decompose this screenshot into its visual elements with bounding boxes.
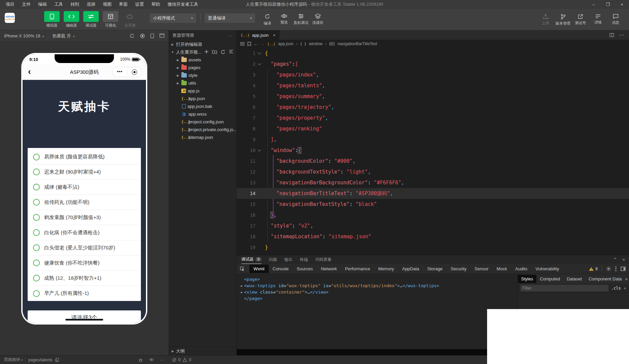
pick-three-button[interactable]: 请选择3个 (28, 310, 141, 323)
eye-icon[interactable] (149, 358, 154, 362)
talent-option[interactable]: 祖传药丸 (功能不明) (33, 195, 141, 210)
refresh-icon[interactable] (129, 33, 134, 38)
close-capsule-button[interactable] (127, 69, 142, 75)
tree-item-style[interactable]: ▶style (169, 71, 236, 79)
forward-arrow-icon[interactable]: → (261, 41, 265, 46)
action-预览[interactable]: 预览 (277, 13, 292, 26)
code-line-6[interactable]: 6"pages/trajectory", (237, 102, 629, 113)
collapse-all-icon[interactable] (229, 50, 234, 55)
problems-indicator[interactable]: 0 0 (169, 358, 237, 362)
toolbar-button-调试器[interactable]: 调试器 (83, 11, 99, 28)
breadcrumb-leaf[interactable]: navigationBarTitleText (337, 41, 377, 46)
talent-option[interactable]: 鹤发童颜 (70岁时颜值+3) (33, 210, 141, 225)
menu-item-3[interactable]: 编辑 (35, 1, 50, 8)
radio-icon[interactable] (33, 260, 40, 266)
action-消息[interactable]: 消息 (608, 13, 623, 26)
maximize-button[interactable]: ❐ (601, 0, 615, 9)
menu-item-6[interactable]: 选择 (84, 1, 98, 8)
radio-icon[interactable] (33, 169, 40, 175)
close-icon[interactable]: × (622, 257, 625, 262)
subtab-Wxml[interactable]: Wxml (249, 265, 269, 273)
more-tabs-icon[interactable]: » (625, 276, 629, 281)
dock-icon[interactable] (621, 267, 626, 271)
code-line-8[interactable]: 8"pages/ranking" (237, 123, 629, 134)
inspect-cursor-icon[interactable] (237, 267, 248, 271)
wxml-node[interactable]: <page> (239, 276, 517, 282)
fold-chevron-icon[interactable] (258, 62, 261, 65)
wxml-tree[interactable]: <page>▶<wux-toptips id="wux-toptips" is=… (237, 274, 517, 349)
tree-item-pages[interactable]: ▶pages (169, 64, 236, 71)
code-line-10[interactable]: 10"window":{ (237, 145, 629, 156)
radio-icon[interactable] (33, 229, 40, 236)
more-menu-button[interactable]: ••• (113, 69, 127, 76)
code-line-1[interactable]: 1{ (237, 48, 629, 59)
subtab-AppData[interactable]: AppData (398, 265, 423, 273)
code-line-12[interactable]: 12"backgroundTextStyle": "light", (237, 166, 629, 177)
project-section[interactable]: ▼ 人生重开模... (169, 48, 236, 56)
close-button[interactable]: × (615, 0, 629, 9)
subtab-Audits[interactable]: Audits (511, 265, 531, 273)
radio-icon[interactable] (33, 184, 40, 190)
action-编译[interactable]: 编译 (260, 13, 275, 26)
code-line-13[interactable]: 13"navigationBarBackgroundColor": "#F6F6… (237, 177, 629, 188)
copy-icon[interactable] (55, 358, 59, 362)
talent-option[interactable]: 易胖体质 (颜值更容易降低) (33, 149, 141, 164)
more-icon[interactable]: ··· (160, 358, 164, 362)
code-line-11[interactable]: 11"backgroundColor": "#000", (237, 156, 629, 166)
talent-option[interactable]: 白头偕老 (爱人至少能活到70岁) (33, 240, 141, 255)
code-line-18[interactable]: 18"sitemapLocation": "sitemap.json" (237, 231, 629, 242)
action-版本管理[interactable]: 版本管理 (556, 13, 570, 26)
code-line-17[interactable]: 17"style": "v2", (237, 220, 629, 231)
menu-item-2[interactable]: 文件 (19, 1, 34, 8)
subtab-Performance[interactable]: Performance (341, 265, 374, 273)
kebab-icon[interactable] (615, 266, 617, 271)
outline-list-icon[interactable] (240, 42, 245, 46)
more-icon[interactable]: ··· (228, 33, 233, 38)
back-arrow-icon[interactable]: ← (254, 41, 258, 46)
wxml-node[interactable]: ▶<wux-toptips id="wux-toptips" is="utils… (239, 282, 517, 289)
split-editor-icon[interactable] (609, 33, 614, 37)
fold-chevron-icon[interactable] (258, 148, 261, 152)
breadcrumb-file[interactable]: app.json (278, 41, 293, 46)
menu-item-8[interactable]: 界面 (116, 1, 131, 8)
code-line-7[interactable]: 7"pages/property", (237, 113, 629, 123)
action-清缓存[interactable]: 清缓存 (310, 13, 325, 26)
subtab-Memory[interactable]: Memory (374, 265, 398, 273)
action-详情[interactable]: 详情 (591, 13, 605, 26)
menu-item-4[interactable]: 工具 (51, 1, 66, 8)
tree-item-project.config.json[interactable]: {..}project.config.json (169, 118, 236, 126)
code-line-3[interactable]: 3"pages/index", (237, 69, 629, 80)
menu-item-9[interactable]: 设置 (132, 1, 147, 8)
styles-tab-Component Data[interactable]: Component Data (585, 275, 625, 283)
radio-icon[interactable] (33, 154, 40, 160)
subtab-Console[interactable]: Console (269, 265, 293, 273)
subtab-Sensor[interactable]: Sensor (471, 265, 492, 273)
tree-item-app.json.bak[interactable]: app.json.bak (169, 102, 236, 110)
wxml-node[interactable]: ▶<view class="container">…</view> (239, 289, 517, 295)
code-editor[interactable]: 1{2"pages":[3"pages/index",4"pages/talen… (237, 48, 629, 255)
hot-reload-toggle[interactable]: 热重载 开▾ (52, 33, 74, 39)
radio-icon[interactable] (33, 199, 40, 206)
menu-item-11[interactable]: 微信开发者工具 (164, 1, 201, 8)
tree-item-utils[interactable]: ▶utils (169, 79, 236, 87)
styles-tab-Computed[interactable]: Computed (536, 275, 563, 283)
menu-item-5[interactable]: 转到 (67, 1, 82, 8)
warning-indicator[interactable]: 9 (589, 267, 598, 271)
code-line-5[interactable]: 5"pages/summary", (237, 91, 629, 102)
menu-item-7[interactable]: 视图 (100, 1, 115, 8)
code-line-2[interactable]: 2"pages":[ (237, 59, 629, 69)
subtab-Storage[interactable]: Storage (423, 265, 447, 273)
debugger-tab-调试器[interactable]: 调试器9 (241, 255, 262, 264)
code-line-4[interactable]: 4"pages/talents", (237, 80, 629, 91)
talent-option[interactable]: 早产儿 (所有属性-1) (33, 286, 141, 301)
toolbar-button-编辑器[interactable]: 编辑器 (63, 11, 80, 28)
collapse-chevron-icon[interactable]: ⌃ (613, 257, 617, 262)
toolbar-button-云开发[interactable]: 云开发 (122, 11, 138, 28)
minimize-button[interactable]: – (587, 0, 601, 9)
new-file-icon[interactable] (204, 50, 209, 55)
subtab-Vulnerability[interactable]: Vulnerability (531, 265, 563, 273)
expand-arrow-icon[interactable]: ▶ (239, 282, 244, 289)
debugger-tab-终端[interactable]: 终端 (300, 257, 308, 263)
compile-select[interactable]: 普通编译▾ (205, 13, 255, 23)
code-line-9[interactable]: 9], (237, 134, 629, 145)
